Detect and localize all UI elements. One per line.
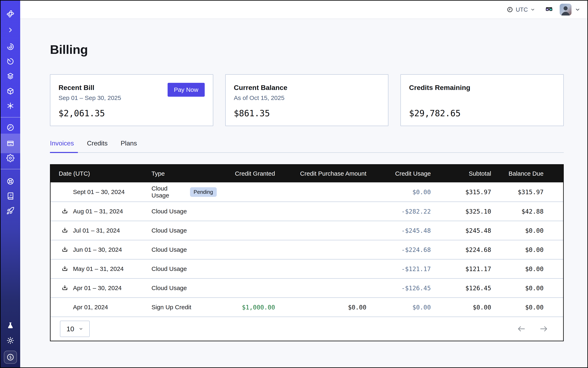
invoice-type-cell: Cloud Usage <box>143 227 217 234</box>
reader-glasses-button[interactable] <box>544 6 553 14</box>
current-balance-amount: $861.35 <box>234 108 380 118</box>
download-invoice-button[interactable] <box>61 208 69 215</box>
sidebar-item-cube-icon[interactable] <box>1 86 20 96</box>
theme-toggle-sun-icon[interactable] <box>1 336 20 345</box>
tab-plans[interactable]: Plans <box>121 139 141 152</box>
credit-usage-value: -$126.45 <box>368 285 433 292</box>
credit-purchase-amount-value: $0.00 <box>278 304 368 311</box>
svg-text:$: $ <box>9 355 12 360</box>
download-invoice-button[interactable] <box>61 227 69 234</box>
balance-due-value: $42.88 <box>493 208 563 215</box>
invoices-table: Date (UTC) Type Credit Granted Credit Pu… <box>50 164 564 341</box>
download-invoice-button[interactable] <box>61 284 69 292</box>
subtotal-value: $0.00 <box>433 304 493 311</box>
previous-page-button[interactable] <box>517 324 526 333</box>
table-row: Apr 01 – 30, 2024Cloud Usage-$126.45$126… <box>51 278 563 297</box>
sidebar-expand-chevron-right-icon[interactable] <box>1 25 20 35</box>
page-size-value: 10 <box>66 325 74 333</box>
sidebar-divider <box>1 169 20 169</box>
app-logo-icon[interactable] <box>1 9 20 19</box>
subtotal-value: $126.45 <box>433 285 493 292</box>
chevron-down-icon <box>79 327 83 331</box>
tab-credits[interactable]: Credits <box>87 139 111 152</box>
sidebar-item-eye-spiral-icon[interactable] <box>1 42 20 52</box>
subtotal-value: $245.48 <box>433 227 493 234</box>
balance-due-value: $315.97 <box>493 188 563 196</box>
invoice-type: Cloud Usage <box>152 246 187 253</box>
credit-granted-value: $1,000.00 <box>217 304 278 311</box>
sidebar-item-dashboard-gauge-icon[interactable] <box>1 123 20 132</box>
download-invoice-button[interactable] <box>61 265 69 273</box>
user-menu-chevron[interactable] <box>575 7 580 12</box>
page-size-select[interactable]: 10 <box>60 321 90 337</box>
credits-remaining-amount: $29,782.65 <box>409 108 555 118</box>
sidebar-item-asterisk-icon[interactable] <box>1 101 20 111</box>
sidebar-item-layers-icon[interactable] <box>1 71 20 81</box>
invoice-date: Jun 01 – 30, 2024 <box>73 246 122 253</box>
sidebar-item-support-wheel-icon[interactable] <box>1 176 20 186</box>
app-window: $ UTC <box>0 0 588 368</box>
table-footer: 10 <box>51 317 563 341</box>
column-header-credit-usage: Credit Usage <box>368 170 433 177</box>
pay-now-button[interactable]: Pay Now <box>168 83 205 97</box>
table-row: May 01 – 31, 2024Cloud Usage-$121.17$121… <box>51 259 563 278</box>
invoice-type: Cloud Usage <box>152 265 187 272</box>
credits-remaining-card: Credits Remaining $29,782.65 <box>400 74 564 126</box>
arrow-left-icon <box>517 324 526 333</box>
invoice-type-cell: Sign Up Credit <box>143 304 217 311</box>
invoice-date-cell: Sept 01 – 30, 2024 <box>51 188 143 196</box>
invoice-date-cell: Jun 01 – 30, 2024 <box>51 246 143 253</box>
invoice-date-cell: Apr 01 – 30, 2024 <box>51 284 143 292</box>
credits-dollar-badge-button[interactable]: $ <box>4 351 17 364</box>
invoice-date: Sept 01 – 30, 2024 <box>73 188 125 195</box>
sidebar-item-history-icon[interactable] <box>1 56 20 66</box>
recent-bill-card: Recent Bill Sep 01 – Sep 30, 2025 $2,061… <box>50 74 213 126</box>
invoice-date: Aug 01 – 31, 2024 <box>73 208 123 215</box>
topbar: UTC <box>20 1 587 19</box>
download-invoice-button[interactable] <box>61 246 69 253</box>
invoice-date-cell: May 01 – 31, 2024 <box>51 265 143 273</box>
invoice-type: Cloud Usage <box>152 227 187 234</box>
sidebar-item-getting-started-rocket-icon[interactable] <box>1 206 20 216</box>
sidebar-divider <box>1 117 20 118</box>
subtotal-value: $224.68 <box>433 246 493 253</box>
arrow-right-icon <box>539 324 548 333</box>
download-icon <box>61 246 68 253</box>
credit-usage-value: $0.00 <box>368 304 433 311</box>
chevron-down-icon <box>575 7 580 12</box>
credit-usage-value: -$224.68 <box>368 246 433 253</box>
invoice-date: May 01 – 31, 2024 <box>73 265 124 272</box>
sidebar-item-billing-active[interactable] <box>1 134 20 153</box>
invoice-type-cell: Cloud Usage <box>143 265 217 272</box>
invoice-type: Cloud Usage <box>152 208 187 215</box>
balance-as-of: As of Oct 15, 2025 <box>234 94 380 101</box>
clock-icon <box>507 6 513 13</box>
user-avatar[interactable] <box>560 4 571 16</box>
invoice-type: Cloud Usage <box>152 185 185 199</box>
table-body: Sept 01 – 30, 2024Cloud UsagePending$0.0… <box>51 182 563 317</box>
billing-tabs: Invoices Credits Plans <box>50 139 564 153</box>
invoice-type-cell: Cloud Usage <box>143 208 217 215</box>
sidebar-item-settings-gear-icon[interactable] <box>1 153 20 163</box>
next-page-button[interactable] <box>539 324 548 333</box>
status-badge: Pending <box>190 187 217 197</box>
invoice-date: Jul 01 – 31, 2024 <box>73 227 120 234</box>
timezone-selector[interactable]: UTC <box>507 6 535 13</box>
subtotal-value: $315.97 <box>433 188 493 196</box>
balance-due-value: $0.00 <box>493 246 563 253</box>
invoice-type-cell: Cloud Usage <box>143 246 217 253</box>
column-header-credit-purchase-amount: Credit Purchase Amount <box>278 170 368 177</box>
invoice-date-cell: Apr 01, 2024 <box>51 304 143 311</box>
balance-due-value: $0.00 <box>493 285 563 292</box>
column-header-balance-due: Balance Due <box>493 170 563 177</box>
credit-usage-value: -$282.22 <box>368 208 433 215</box>
invoice-date: Apr 01 – 30, 2024 <box>73 285 122 292</box>
avatar-photo <box>560 4 571 16</box>
tab-invoices[interactable]: Invoices <box>50 139 78 153</box>
sidebar-item-docs-book-icon[interactable] <box>1 191 20 201</box>
table-row: Aug 01 – 31, 2024Cloud Usage-$282.22$325… <box>51 202 563 221</box>
credit-usage-value: -$121.17 <box>368 265 433 273</box>
sidebar-item-labs-flask-icon[interactable] <box>1 321 20 330</box>
invoice-date-cell: Jul 01 – 31, 2024 <box>51 227 143 234</box>
current-balance-card: Current Balance As of Oct 15, 2025 $861.… <box>225 74 389 126</box>
